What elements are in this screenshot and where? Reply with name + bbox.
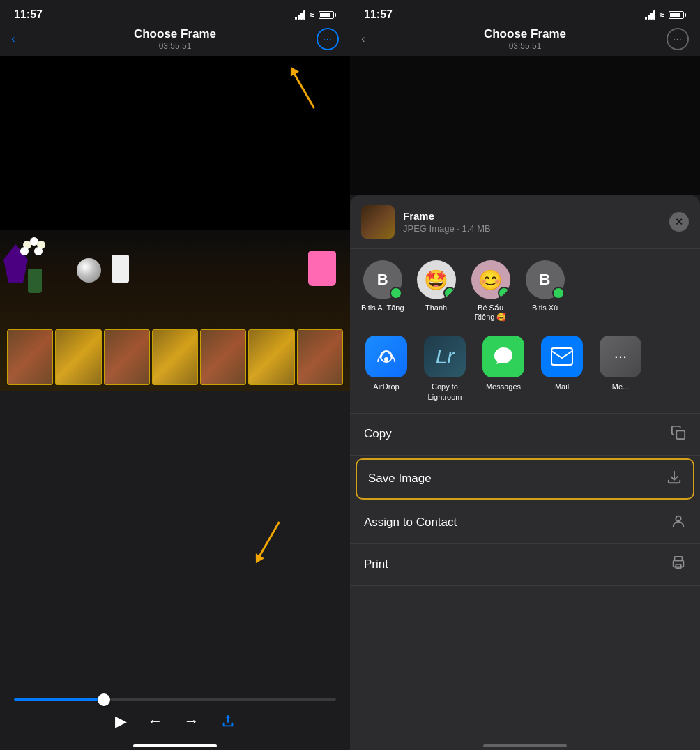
app-mail[interactable]: Mail — [537, 336, 587, 402]
nav-main-title-right: Choose Frame — [484, 27, 566, 41]
progress-fill — [14, 698, 104, 701]
print-icon — [671, 555, 686, 574]
app-airdrop[interactable]: AirDrop — [361, 336, 411, 402]
flowers — [17, 237, 52, 265]
app-messages[interactable]: Messages — [478, 336, 528, 402]
time-right: 11:57 — [364, 8, 393, 21]
pink-cup — [308, 251, 336, 286]
signal-icon-left — [295, 10, 305, 20]
card-7 — [297, 329, 343, 385]
contact-avatar-bitis-tang: B — [363, 260, 402, 299]
action-list: Copy Save Image — [350, 414, 700, 739]
contact-bitis-xu[interactable]: B Bitis Xù — [524, 260, 566, 322]
app-lightroom[interactable]: Lr Copy to Lightroom — [420, 336, 470, 402]
contact-avatar-bitis-xu: B — [526, 260, 565, 299]
right-panel: 11:57 ≈ ‹ Choose Frame 03:55.51 ··· — [350, 0, 700, 750]
controls-row: ▶ ← → — [14, 712, 336, 730]
candle — [112, 255, 129, 283]
arrow-up-annotation — [313, 66, 315, 108]
nav-sub-title-left: 03:55.51 — [134, 41, 216, 51]
back-button-right[interactable]: ‹ — [361, 32, 365, 46]
battery-icon-left — [319, 11, 336, 19]
more-apps-icon: ··· — [600, 336, 641, 377]
contact-badge-thanh — [443, 287, 456, 299]
progress-thumb[interactable] — [98, 693, 110, 706]
share-sheet: Frame JPEG Image · 1.4 MB ✕ B Bitis A. T… — [350, 195, 700, 750]
next-frame-button[interactable]: → — [184, 712, 199, 730]
wifi-icon-right: ≈ — [660, 10, 664, 20]
svg-rect-6 — [674, 560, 684, 567]
time-left: 11:57 — [14, 8, 43, 21]
wifi-icon-left: ≈ — [310, 10, 314, 20]
nav-bar-right: ‹ Choose Frame 03:55.51 ··· — [350, 25, 700, 56]
video-area-bottom — [0, 391, 350, 693]
action-save-image-label: Save Image — [368, 472, 432, 486]
app-more[interactable]: ··· Me... — [595, 336, 646, 402]
card-5 — [200, 329, 246, 385]
progress-bar[interactable] — [14, 698, 336, 701]
app-name-messages: Messages — [486, 382, 521, 391]
contact-name-be-sau-rieng: Bé Sầu Riêng 🥰 — [469, 303, 513, 322]
contact-bitis-tang[interactable]: B Bitis A. Tăng — [361, 260, 404, 322]
nav-sub-title-right: 03:55.51 — [484, 41, 566, 51]
contact-thanh[interactable]: 🤩 Thanh — [416, 260, 457, 322]
home-indicator-left — [133, 744, 217, 747]
svg-rect-3 — [676, 430, 685, 439]
contact-badge-bitis-tang — [390, 287, 402, 299]
contact-name-bitis-tang: Bitis A. Tăng — [361, 303, 404, 313]
action-copy-label: Copy — [364, 427, 392, 441]
share-thumbnail — [361, 205, 395, 239]
action-print-label: Print — [364, 557, 388, 571]
card-2 — [55, 329, 101, 385]
more-button-left[interactable]: ··· — [317, 28, 339, 50]
share-header: Frame JPEG Image · 1.4 MB ✕ — [350, 195, 700, 249]
contact-badge-bitis-xu — [552, 287, 565, 299]
save-icon — [667, 470, 682, 488]
card-3 — [104, 329, 150, 385]
app-name-mail: Mail — [555, 382, 569, 391]
status-bar-right: 11:57 ≈ — [350, 0, 700, 25]
flower-vase — [21, 237, 49, 293]
card-6 — [248, 329, 294, 385]
share-close-button[interactable]: ✕ — [669, 212, 689, 232]
tarot-cards — [7, 329, 343, 385]
action-print[interactable]: Print — [350, 544, 700, 586]
share-file-name: Frame — [403, 210, 661, 222]
nav-main-title-left: Choose Frame — [134, 27, 216, 41]
video-controls: ▶ ← → — [0, 693, 350, 739]
action-copy[interactable]: Copy — [350, 414, 700, 456]
card-1 — [7, 329, 53, 385]
apps-row: AirDrop Lr Copy to Lightroom Messages — [350, 333, 700, 414]
more-button-right[interactable]: ··· — [667, 28, 689, 50]
contacts-row: B Bitis A. Tăng 🤩 Thanh 😊 Bé Sầu R — [350, 249, 700, 333]
svg-rect-7 — [676, 564, 680, 569]
app-name-more: Me... — [612, 382, 629, 391]
battery-icon-right — [669, 11, 686, 19]
contact-badge-be-sau-rieng — [498, 287, 510, 299]
crystal-ball — [77, 258, 101, 283]
app-name-lightroom: Copy to Lightroom — [420, 382, 470, 402]
play-button[interactable]: ▶ — [115, 712, 127, 730]
contact-be-sau-rieng[interactable]: 😊 Bé Sầu Riêng 🥰 — [469, 260, 513, 322]
share-button-left[interactable] — [220, 714, 236, 729]
contact-avatar-be-sau-rieng: 😊 — [471, 260, 510, 299]
video-bg-right — [350, 56, 700, 195]
status-bar-left: 11:57 ≈ — [0, 0, 350, 25]
action-assign-contact[interactable]: Assign to Contact — [350, 502, 700, 544]
svg-point-1 — [384, 357, 388, 361]
share-thumb-image — [361, 205, 395, 239]
share-file-meta: JPEG Image · 1.4 MB — [403, 223, 661, 234]
left-panel: 11:57 ≈ ‹ Choose Frame 03:55.51 ··· — [0, 0, 350, 750]
copy-icon — [671, 425, 686, 444]
prev-frame-button[interactable]: ← — [148, 712, 163, 730]
arrow-down-annotation — [278, 522, 280, 564]
status-icons-right: ≈ — [645, 10, 686, 20]
action-save-image[interactable]: Save Image — [356, 458, 694, 500]
svg-point-4 — [676, 516, 680, 521]
status-icons-left: ≈ — [295, 10, 336, 20]
contact-avatar-thanh: 🤩 — [417, 260, 456, 299]
back-button-left[interactable]: ‹ — [11, 32, 15, 46]
mail-icon — [541, 336, 583, 377]
nav-title-right: Choose Frame 03:55.51 — [484, 27, 566, 51]
action-assign-contact-label: Assign to Contact — [364, 516, 457, 530]
